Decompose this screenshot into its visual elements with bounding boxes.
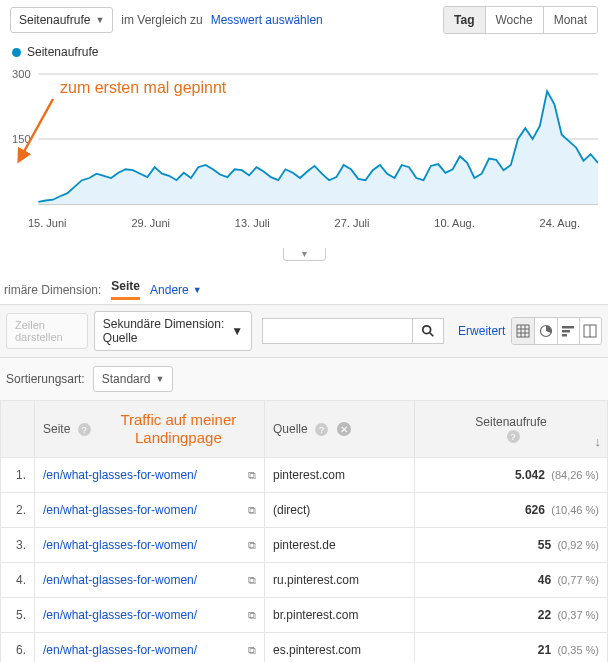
ytick-300: 300 <box>12 68 31 80</box>
svg-rect-14 <box>562 334 567 337</box>
table-row[interactable]: 5./en/what-glasses-for-women/⧉br.pintere… <box>1 598 608 633</box>
page-path-link[interactable]: /en/what-glasses-for-women/ <box>43 573 197 587</box>
view-bar-button[interactable] <box>557 318 579 344</box>
time-granularity-group: Tag Woche Monat <box>443 6 598 34</box>
search-button[interactable] <box>412 318 444 344</box>
chart-area[interactable]: 300 150 15. Juni 29. Juni 13. Juli 27. J… <box>0 64 608 244</box>
page-path-link[interactable]: /en/what-glasses-for-women/ <box>43 538 197 552</box>
view-table-button[interactable] <box>512 318 534 344</box>
svg-rect-12 <box>562 326 574 329</box>
caret-down-icon: ▼ <box>155 374 164 384</box>
page-path-link[interactable]: /en/what-glasses-for-women/ <box>43 503 197 517</box>
help-icon[interactable]: ? <box>507 430 520 443</box>
compare-label: im Vergleich zu <box>121 13 202 27</box>
bar-icon <box>561 324 575 338</box>
col-page-label: Seite <box>43 422 70 436</box>
svg-rect-6 <box>517 325 529 337</box>
row-index: 4. <box>1 563 35 598</box>
primary-dimension-label: rimäre Dimension: <box>4 283 101 297</box>
xtick: 15. Juni <box>28 217 67 229</box>
source-cell: ru.pinterest.com <box>265 563 415 598</box>
external-link-icon[interactable]: ⧉ <box>248 539 256 552</box>
xtick: 13. Juli <box>235 217 270 229</box>
sort-label: Sortierungsart: <box>6 372 85 386</box>
pageviews-cell: 626 (10,46 %) <box>415 493 608 528</box>
source-cell: br.pinterest.com <box>265 598 415 633</box>
legend-label: Seitenaufrufe <box>27 45 98 59</box>
xtick: 24. Aug. <box>540 217 580 229</box>
pageviews-cell: 5.042 (84,26 %) <box>415 458 608 493</box>
external-link-icon[interactable]: ⧉ <box>248 469 256 482</box>
search-input[interactable] <box>262 318 412 344</box>
line-chart: 300 150 <box>10 64 598 214</box>
external-link-icon[interactable]: ⧉ <box>248 504 256 517</box>
pageviews-cell: 46 (0,77 %) <box>415 563 608 598</box>
search-icon <box>421 324 435 338</box>
data-table: Seite ? Traffic auf meiner Landingpage Q… <box>0 400 608 662</box>
row-index: 3. <box>1 528 35 563</box>
x-axis-labels: 15. Juni 29. Juni 13. Juli 27. Juli 10. … <box>10 214 598 229</box>
page-path-link[interactable]: /en/what-glasses-for-women/ <box>43 468 197 482</box>
view-mode-group <box>511 317 602 345</box>
secondary-dimension-dropdown[interactable]: Sekundäre Dimension: Quelle ▼ <box>94 311 252 351</box>
source-cell: es.pinterest.com <box>265 633 415 663</box>
page-path-link[interactable]: /en/what-glasses-for-women/ <box>43 643 197 657</box>
xtick: 29. Juni <box>131 217 170 229</box>
time-btn-month[interactable]: Monat <box>543 7 597 33</box>
table-row[interactable]: 4./en/what-glasses-for-women/⧉ru.pintere… <box>1 563 608 598</box>
page-path-link[interactable]: /en/what-glasses-for-women/ <box>43 608 197 622</box>
sort-desc-icon: ↓ <box>595 434 602 449</box>
metric-dropdown[interactable]: Seitenaufrufe ▼ <box>10 7 113 33</box>
select-metric-link[interactable]: Messwert auswählen <box>211 13 323 27</box>
source-cell: (direct) <box>265 493 415 528</box>
other-dimension-text: Andere <box>150 283 189 297</box>
row-index: 6. <box>1 633 35 663</box>
svg-rect-13 <box>562 330 570 333</box>
primary-dimension-value[interactable]: Seite <box>111 279 140 300</box>
xtick: 27. Juli <box>335 217 370 229</box>
time-btn-day[interactable]: Tag <box>444 7 484 33</box>
row-index: 5. <box>1 598 35 633</box>
help-icon[interactable]: ? <box>78 423 91 436</box>
col-checkbox <box>1 401 35 458</box>
other-dimension-link[interactable]: Andere ▼ <box>150 283 202 297</box>
table-annotation: Traffic auf meiner Landingpage <box>101 411 256 447</box>
compare-icon <box>583 324 597 338</box>
xtick: 10. Aug. <box>434 217 474 229</box>
col-source-label: Quelle <box>273 422 308 436</box>
plot-rows-button: Zeilen darstellen <box>6 313 88 349</box>
metric-dropdown-label: Seitenaufrufe <box>19 13 90 27</box>
chart-expand-tab[interactable]: ▾ <box>283 248 326 261</box>
pie-icon <box>539 324 553 338</box>
svg-point-4 <box>423 326 431 334</box>
col-pageviews-header[interactable]: Seitenaufrufe ? ↓ <box>415 401 608 458</box>
external-link-icon[interactable]: ⧉ <box>248 609 256 622</box>
external-link-icon[interactable]: ⧉ <box>248 574 256 587</box>
time-btn-week[interactable]: Woche <box>485 7 543 33</box>
external-link-icon[interactable]: ⧉ <box>248 644 256 657</box>
caret-down-icon: ▼ <box>95 15 104 25</box>
source-cell: pinterest.com <box>265 458 415 493</box>
svg-line-5 <box>430 333 434 337</box>
sort-dropdown[interactable]: Standard ▼ <box>93 366 174 392</box>
ytick-150: 150 <box>12 133 31 145</box>
caret-down-icon: ▼ <box>193 285 202 295</box>
table-row[interactable]: 6./en/what-glasses-for-women/⧉es.pintere… <box>1 633 608 663</box>
caret-down-icon: ▼ <box>231 324 243 338</box>
help-icon[interactable]: ? <box>315 423 328 436</box>
col-pageviews-label: Seitenaufrufe <box>475 415 546 429</box>
secondary-dimension-label: Sekundäre Dimension: Quelle <box>103 317 225 345</box>
row-index: 1. <box>1 458 35 493</box>
view-compare-button[interactable] <box>579 318 601 344</box>
advanced-link[interactable]: Erweitert <box>458 324 505 338</box>
col-page-header[interactable]: Seite ? Traffic auf meiner Landingpage <box>35 401 265 458</box>
table-row[interactable]: 1./en/what-glasses-for-women/⧉pinterest.… <box>1 458 608 493</box>
row-index: 2. <box>1 493 35 528</box>
remove-dimension-icon[interactable]: ✕ <box>337 422 351 436</box>
table-row[interactable]: 2./en/what-glasses-for-women/⧉(direct)62… <box>1 493 608 528</box>
source-cell: pinterest.de <box>265 528 415 563</box>
table-row[interactable]: 3./en/what-glasses-for-women/⧉pinterest.… <box>1 528 608 563</box>
view-pie-button[interactable] <box>534 318 556 344</box>
pageviews-cell: 22 (0,37 %) <box>415 598 608 633</box>
col-source-header[interactable]: Quelle ? ✕ <box>265 401 415 458</box>
